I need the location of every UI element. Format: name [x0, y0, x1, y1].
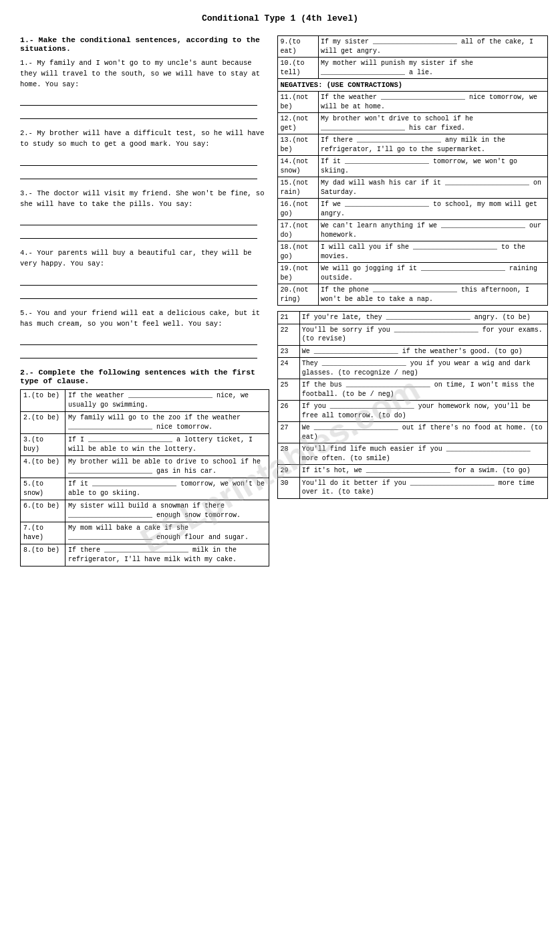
write-line[interactable] [20, 288, 257, 299]
exercise-item-4: 4.- Your parents will buy a beautiful ca… [20, 248, 269, 299]
sentence-cell: My family will go to the zoo if the weat… [65, 412, 269, 434]
table-row: 19.(not be) We will go jogging if it ___… [278, 263, 548, 284]
verb-cell: 2.(to be) [21, 412, 65, 434]
sentence-cell: If the phone _____________________ this … [318, 284, 547, 306]
table-row: 28 You'll find life much easier if you _… [278, 443, 548, 465]
sentence-cell: We _____________________ if the weather'… [299, 345, 547, 358]
write-line[interactable] [20, 95, 257, 106]
page-title: Conditional Type 1 (4th level) [20, 13, 540, 23]
table-row: 12.(not get) My brother won't drive to s… [278, 113, 548, 134]
exercise-item-2: 2.- My brother will have a difficult tes… [20, 128, 269, 179]
sentence-cell: My sister will build a snowman if there … [65, 500, 269, 522]
num-cell: 24 [278, 358, 299, 379]
num-cell: 13.(not be) [278, 134, 319, 156]
verb-cell: 7.(to have) [21, 522, 65, 544]
table-row: 2.(to be) My family will go to the zoo i… [21, 412, 269, 434]
table-row: 13.(not be) If there ___________________… [278, 134, 548, 156]
write-line[interactable] [20, 108, 257, 119]
sentence-cell: If it _____________________ tomorrow, we… [65, 478, 269, 500]
sentence-cell: We _____________________ out if there's … [299, 422, 547, 443]
sentence-cell: My dad will wash his car if it _________… [318, 177, 547, 199]
table-row: 4.(to be) My brother will be able to dri… [21, 456, 269, 478]
section2-table: 1.(to be) If the weather _______________… [20, 389, 269, 566]
sentence-cell: You'll find life much easier if you ____… [299, 443, 547, 465]
table-row: 30 You'll do it better if you __________… [278, 477, 548, 498]
write-lines-3 [20, 215, 269, 239]
sentence-cell: If you _____________________ your homewo… [299, 401, 547, 422]
sentence-cell: If the bus _____________________ on time… [299, 379, 547, 401]
table-row: 23 We _____________________ if the weath… [278, 345, 548, 358]
sentence-cell: My brother will be able to drive to scho… [65, 456, 269, 478]
write-lines-1 [20, 95, 269, 119]
num-cell: 30 [278, 477, 299, 498]
sentence-cell: If I _____________________ a lottery tic… [65, 434, 269, 456]
num-cell: 11.(not be) [278, 92, 319, 113]
write-line[interactable] [20, 275, 257, 286]
sentence-cell: My mom will bake a cake if she _________… [65, 522, 269, 544]
sentence-cell: If it's hot, we _____________________ fo… [299, 465, 547, 478]
item2-text: 2.- My brother will have a difficult tes… [20, 128, 269, 150]
table-row: 24 They _____________________ you if you… [278, 358, 548, 379]
item4-text: 4.- Your parents will buy a beautiful ca… [20, 248, 269, 270]
write-line[interactable] [20, 348, 257, 358]
sentence-cell: We will go jogging if it _______________… [318, 263, 547, 284]
sentence-cell: They _____________________ you if you we… [299, 358, 547, 379]
table-row: 6.(to be) My sister will build a snowman… [21, 500, 269, 522]
table-row: 25 If the bus _____________________ on t… [278, 379, 548, 401]
table-row: 1.(to be) If the weather _______________… [21, 390, 269, 412]
write-line[interactable] [20, 334, 257, 345]
table-row: 8.(to be) If there _____________________… [21, 544, 269, 566]
num-cell: 28 [278, 443, 299, 465]
verb-cell: 4.(to be) [21, 456, 65, 478]
exercise-item-5: 5.- You and your friend will eat a delic… [20, 308, 269, 359]
num-cell: 26 [278, 401, 299, 422]
table-row: 9.(to eat) If my sister ________________… [278, 36, 548, 58]
exercise-item-1: 1.- My family and I won't go to my uncle… [20, 58, 269, 119]
sentence-cell: You'll do it better if you _____________… [299, 477, 547, 498]
sentence-cell: If it _____________________ tomorrow, we… [318, 156, 547, 177]
write-line[interactable] [20, 169, 257, 179]
num-cell: 14.(not snow) [278, 156, 319, 177]
sentence-cell: If my sister _____________________ all o… [318, 36, 547, 58]
right-column: 9.(to eat) If my sister ________________… [277, 35, 548, 566]
table-row: 15.(not rain) My dad will wash his car i… [278, 177, 548, 199]
table-row: 7.(to have) My mom will bake a cake if s… [21, 522, 269, 544]
num-cell: 19.(not be) [278, 263, 319, 284]
write-line[interactable] [20, 215, 257, 225]
section1-title: 1.- Make the conditional sentences, acco… [20, 35, 269, 53]
num-cell: 23 [278, 345, 299, 358]
table-row: 20.(not ring) If the phone _____________… [278, 284, 548, 306]
sentence-cell: My brother won't drive to school if he _… [318, 113, 547, 134]
table-row: 10.(to tell) My mother will punish my si… [278, 58, 548, 79]
write-lines-5 [20, 334, 269, 358]
sentence-cell: You'll be sorry if you _________________… [299, 324, 547, 345]
table-row: 14.(not snow) If it ____________________… [278, 156, 548, 177]
sentence-cell: If there _____________________ milk in t… [65, 544, 269, 566]
table-row: 11.(not be) If the weather _____________… [278, 92, 548, 113]
num-cell: 17.(not do) [278, 220, 319, 241]
write-line[interactable] [20, 228, 257, 239]
num-cell: 9.(to eat) [278, 36, 319, 58]
left-column: 1.- Make the conditional sentences, acco… [20, 35, 269, 566]
num-cell: 18.(not go) [278, 241, 319, 263]
section2-title: 2.- Complete the following sentences wit… [20, 368, 269, 385]
num-cell: 20.(not ring) [278, 284, 319, 306]
write-line[interactable] [20, 155, 257, 166]
table-row: 27 We _____________________ out if there… [278, 422, 548, 443]
num-cell: 12.(not get) [278, 113, 319, 134]
table-row: 26 If you _____________________ your hom… [278, 401, 548, 422]
num-cell: 27 [278, 422, 299, 443]
table-row: 18.(not go) I will call you if she _____… [278, 241, 548, 263]
verb-cell: 1.(to be) [21, 390, 65, 412]
negatives-header: NEGATIVES: (USE CONTRACTIONS) [278, 79, 548, 92]
sentence-cell: If there _____________________ any milk … [318, 134, 547, 156]
num-cell: 29 [278, 465, 299, 478]
num-cell: 21 [278, 312, 299, 324]
sentence-cell: My mother will punish my sister if she _… [318, 58, 547, 79]
negatives-header-row: NEGATIVES: (USE CONTRACTIONS) [278, 79, 548, 92]
verb-cell: 5.(to snow) [21, 478, 65, 500]
item3-text: 3.- The doctor will visit my friend. She… [20, 189, 269, 210]
num-cell: 22 [278, 324, 299, 345]
verb-cell: 6.(to be) [21, 500, 65, 522]
item1-text: 1.- My family and I won't go to my uncle… [20, 58, 269, 90]
